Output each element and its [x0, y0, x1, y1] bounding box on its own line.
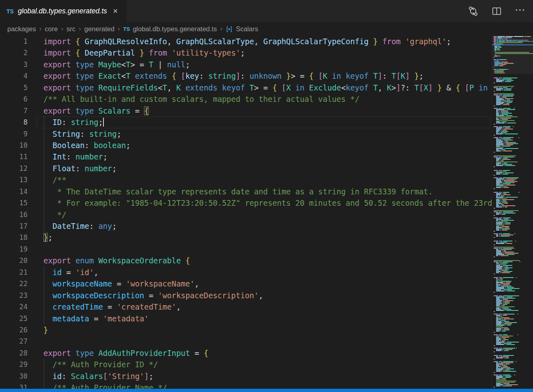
code-line-26[interactable]: 26}: [0, 324, 492, 336]
code-line-15[interactable]: 15 * For example: "1985-04-12T23:20:50.5…: [0, 197, 492, 209]
breadcrumb-item-global-db-types-generated-ts[interactable]: TSglobal.db.types.generated.ts: [123, 25, 217, 33]
code-line-2[interactable]: 2import { DeepPartial } from 'utility-ty…: [0, 47, 492, 58]
line-number[interactable]: 15: [0, 197, 28, 209]
code-text: /** Auth Provider ID */: [43, 359, 158, 370]
line-number[interactable]: 21: [0, 267, 28, 278]
line-number[interactable]: 25: [0, 313, 28, 324]
code-line-10[interactable]: 10 Boolean: boolean;: [0, 140, 492, 151]
code-line-20[interactable]: 20export enum WorkspaceOrderable {: [0, 255, 492, 266]
code-line-12[interactable]: 12 Float: number;: [0, 163, 492, 174]
split-editor-icon[interactable]: [491, 6, 502, 17]
code-line-27[interactable]: 27: [0, 336, 492, 347]
line-number[interactable]: 18: [0, 232, 28, 243]
line-number[interactable]: 2: [0, 47, 28, 58]
line-number[interactable]: 31: [0, 382, 28, 389]
code-line-14[interactable]: 14 * The DateTime scalar type represents…: [0, 186, 492, 197]
breadcrumb-label: packages: [7, 25, 36, 33]
code-text: export type Maybe<T> = T | null;: [43, 59, 190, 70]
line-number[interactable]: 29: [0, 359, 28, 370]
code-area[interactable]: 1import { GraphQLResolveInfo, GraphQLSca…: [0, 36, 492, 389]
code-line-19[interactable]: 19: [0, 243, 492, 255]
chevron-right-icon: ›: [114, 25, 123, 33]
line-number[interactable]: 26: [0, 324, 28, 336]
minimap-canvas: [492, 36, 533, 389]
code-text: /**: [43, 174, 66, 185]
code-line-1[interactable]: 1import { GraphQLResolveInfo, GraphQLSca…: [0, 36, 492, 47]
line-number[interactable]: 8: [0, 116, 28, 128]
line-number[interactable]: 7: [0, 105, 28, 116]
line-number[interactable]: 23: [0, 290, 28, 301]
code-text: Int: number;: [43, 151, 107, 162]
breadcrumb-label: global.db.types.generated.ts: [133, 25, 217, 33]
line-number[interactable]: 10: [0, 140, 28, 151]
code-line-18[interactable]: 18};: [0, 232, 492, 243]
code-line-13[interactable]: 13 /**: [0, 174, 492, 185]
code-line-9[interactable]: 9 String: string;: [0, 128, 492, 140]
code-line-30[interactable]: 30 id: Scalars['String'];: [0, 370, 492, 382]
code-line-31[interactable]: 31 /** Auth Provider Name */: [0, 382, 492, 389]
code-line-17[interactable]: 17 DateTime: any;: [0, 220, 492, 232]
code-line-11[interactable]: 11 Int: number;: [0, 151, 492, 162]
open-changes-icon[interactable]: [467, 6, 479, 17]
tab-global-db-types-generated[interactable]: TS global.db.types.generated.ts ✕: [0, 0, 127, 22]
line-number[interactable]: 4: [0, 70, 28, 82]
line-number[interactable]: 11: [0, 151, 28, 162]
breadcrumb-item-src[interactable]: src: [67, 25, 75, 33]
code-line-24[interactable]: 24 createdTime = 'createdTime',: [0, 301, 492, 312]
code-text: * The DateTime scalar type represents da…: [43, 186, 433, 197]
line-number[interactable]: 9: [0, 128, 28, 140]
breadcrumb-item-scalars[interactable]: Scalars: [226, 25, 258, 33]
line-number[interactable]: 17: [0, 220, 28, 232]
chevron-right-icon: ›: [75, 25, 84, 33]
more-actions-icon[interactable]: ⋯: [514, 6, 526, 17]
code-line-8[interactable]: 8 ID: string;: [0, 116, 492, 128]
code-text: createdTime = 'createdTime',: [43, 301, 181, 312]
code-line-28[interactable]: 28export type AddAuthProviderInput = {: [0, 347, 492, 359]
breadcrumb-item-generated[interactable]: generated: [84, 25, 114, 33]
tab-bar: TS global.db.types.generated.ts ✕ ⋯: [0, 0, 533, 22]
line-number[interactable]: 16: [0, 209, 28, 220]
code-text: String: string;: [43, 128, 121, 140]
line-number[interactable]: 28: [0, 347, 28, 359]
line-number[interactable]: 6: [0, 93, 28, 105]
line-number[interactable]: 3: [0, 59, 28, 70]
code-line-29[interactable]: 29 /** Auth Provider ID */: [0, 359, 492, 370]
code-text: workspaceName = 'workspaceName',: [43, 278, 199, 289]
line-number[interactable]: 13: [0, 174, 28, 185]
line-number[interactable]: 30: [0, 370, 28, 382]
code-line-21[interactable]: 21 id = 'id',: [0, 267, 492, 278]
code-line-25[interactable]: 25 metadata = 'metadata': [0, 313, 492, 324]
breadcrumb-item-packages[interactable]: packages: [7, 25, 36, 33]
close-icon[interactable]: ✕: [113, 8, 118, 15]
line-number[interactable]: 5: [0, 82, 28, 93]
line-number[interactable]: 24: [0, 301, 28, 312]
breadcrumb-item-core[interactable]: core: [45, 25, 58, 33]
code-line-3[interactable]: 3export type Maybe<T> = T | null;: [0, 59, 492, 70]
typescript-icon: TS: [123, 26, 130, 32]
code-line-6[interactable]: 6/** All built-in and custom scalars, ma…: [0, 93, 492, 105]
code-line-16[interactable]: 16 */: [0, 209, 492, 220]
code-line-4[interactable]: 4export type Exact<T extends { [key: str…: [0, 70, 492, 82]
minimap[interactable]: [492, 36, 533, 389]
breadcrumb-label: generated: [84, 25, 114, 33]
code-line-5[interactable]: 5export type RequireFields<T, K extends …: [0, 82, 492, 93]
code-text: id: Scalars['String'];: [43, 370, 153, 382]
chevron-right-icon: ›: [217, 25, 226, 33]
code-line-22[interactable]: 22 workspaceName = 'workspaceName',: [0, 278, 492, 289]
code-line-7[interactable]: 7export type Scalars = {: [0, 105, 492, 116]
line-number[interactable]: 14: [0, 186, 28, 197]
code-text: };: [43, 232, 53, 243]
code-text: }: [43, 324, 48, 336]
minimap-slider[interactable]: [492, 36, 533, 74]
status-accent-bar: [0, 389, 533, 392]
code-editor: 1import { GraphQLResolveInfo, GraphQLSca…: [0, 36, 533, 389]
line-number[interactable]: 27: [0, 336, 28, 347]
line-number[interactable]: 1: [0, 36, 28, 47]
code-line-23[interactable]: 23 workspaceDescription = 'workspaceDesc…: [0, 290, 492, 301]
text-cursor: [103, 118, 104, 127]
line-number[interactable]: 19: [0, 243, 28, 255]
line-number[interactable]: 20: [0, 255, 28, 266]
line-number[interactable]: 22: [0, 278, 28, 289]
typescript-file-icon: TS: [6, 8, 14, 15]
line-number[interactable]: 12: [0, 163, 28, 174]
